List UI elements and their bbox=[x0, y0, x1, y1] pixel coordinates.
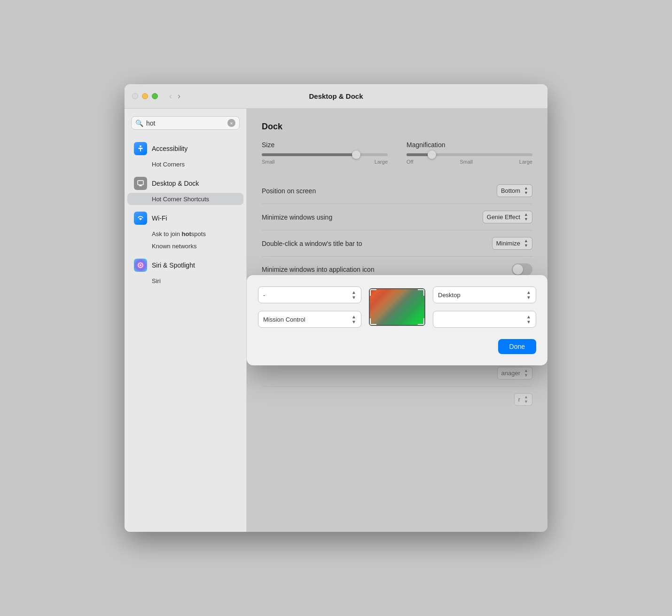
sidebar-item-wifi[interactable]: Wi-Fi bbox=[127, 209, 243, 228]
svg-point-0 bbox=[140, 145, 141, 147]
desktop-dock-label: Desktop & Dock bbox=[152, 180, 199, 187]
siri-icon bbox=[134, 259, 147, 272]
sidebar-sub-item-hot-corners[interactable]: Hot Corners bbox=[127, 158, 243, 170]
desktop-dock-icon bbox=[134, 177, 147, 190]
main-window: ‹ › Desktop & Dock 🔍 × bbox=[125, 84, 547, 532]
tr-down-arrow: ▼ bbox=[526, 295, 531, 300]
content-area: Dock Size Small Large Magnification bbox=[247, 109, 547, 532]
siri-sub-label: Siri bbox=[152, 277, 161, 284]
corner-indicator-bl bbox=[370, 318, 376, 325]
sidebar-section-siri: Siri & Spotlight Siri bbox=[125, 254, 246, 289]
modal-overlay: - ▲ ▼ bbox=[247, 109, 547, 532]
wallpaper bbox=[370, 289, 424, 325]
sidebar-sub-item-ask-hotspots[interactable]: Ask to join hotspots bbox=[127, 228, 243, 240]
nav-buttons: ‹ › bbox=[167, 90, 182, 102]
accessibility-icon bbox=[134, 142, 147, 155]
tl-up-arrow: ▲ bbox=[352, 290, 356, 295]
top-right-picker[interactable]: Desktop ▲ ▼ bbox=[433, 286, 536, 303]
sidebar-section-desktop-dock: Desktop & Dock Hot Corner Shortcuts bbox=[125, 172, 246, 207]
bl-down-arrow: ▼ bbox=[352, 319, 356, 324]
bl-up-arrow: ▲ bbox=[352, 314, 356, 319]
bottom-left-arrows: ▲ ▼ bbox=[352, 314, 356, 324]
done-button[interactable]: Done bbox=[498, 339, 536, 354]
search-clear-button[interactable]: × bbox=[227, 119, 235, 127]
top-left-arrows: ▲ ▼ bbox=[352, 290, 356, 300]
modal-footer: Done bbox=[258, 339, 536, 354]
top-left-picker[interactable]: - ▲ ▼ bbox=[258, 286, 361, 303]
sidebar-section-accessibility: Accessibility Hot Corners bbox=[125, 137, 246, 172]
tr-up-arrow: ▲ bbox=[526, 290, 531, 295]
br-up-arrow: ▲ bbox=[526, 314, 531, 319]
top-left-value: - bbox=[263, 292, 265, 299]
wifi-label: Wi-Fi bbox=[152, 214, 167, 222]
svg-rect-1 bbox=[138, 181, 143, 185]
back-button[interactable]: ‹ bbox=[167, 90, 174, 102]
forward-button[interactable]: › bbox=[176, 90, 182, 102]
sidebar-sub-item-siri[interactable]: Siri bbox=[127, 275, 243, 287]
hot-corner-shortcuts-label: Hot Corner Shortcuts bbox=[152, 196, 209, 203]
top-right-arrows: ▲ ▼ bbox=[526, 290, 531, 300]
desktop-preview bbox=[369, 288, 425, 326]
br-down-arrow: ▼ bbox=[526, 319, 531, 324]
bottom-left-picker[interactable]: Mission Control ▲ ▼ bbox=[258, 311, 361, 328]
svg-rect-2 bbox=[139, 185, 142, 186]
sidebar-item-accessibility[interactable]: Accessibility bbox=[127, 139, 243, 158]
minimize-button[interactable] bbox=[142, 93, 148, 99]
main-layout: 🔍 × Accessibility Hot bbox=[125, 109, 547, 532]
hot-corners-label: Hot Corners bbox=[152, 161, 185, 168]
bottom-left-value: Mission Control bbox=[263, 316, 305, 323]
tl-down-arrow: ▼ bbox=[352, 295, 356, 300]
sidebar-section-wifi: Wi-Fi Ask to join hotspots Known network… bbox=[125, 207, 246, 254]
window-title: Desktop & Dock bbox=[309, 92, 363, 100]
sidebar-item-desktop-dock[interactable]: Desktop & Dock bbox=[127, 174, 243, 193]
search-input[interactable] bbox=[146, 119, 225, 127]
search-icon: 🔍 bbox=[135, 119, 143, 127]
maximize-button[interactable] bbox=[152, 93, 158, 99]
bottom-right-arrows: ▲ ▼ bbox=[526, 314, 531, 324]
hot-corners-modal: - ▲ ▼ bbox=[247, 275, 547, 365]
top-right-value: Desktop bbox=[438, 292, 461, 299]
corner-indicator-tl bbox=[370, 289, 376, 296]
corner-indicator-tr bbox=[418, 289, 424, 296]
known-networks-label: Known networks bbox=[152, 243, 196, 250]
title-bar: ‹ › Desktop & Dock bbox=[125, 84, 547, 109]
sidebar-item-siri[interactable]: Siri & Spotlight bbox=[127, 256, 243, 275]
search-box: 🔍 × bbox=[131, 116, 240, 130]
search-container: 🔍 × bbox=[125, 116, 246, 137]
ask-hotspots-label: Ask to join hotspots bbox=[152, 230, 206, 237]
close-button[interactable] bbox=[132, 93, 138, 99]
hot-corners-grid: - ▲ ▼ bbox=[258, 286, 536, 328]
sidebar-sub-item-hot-corner-shortcuts[interactable]: Hot Corner Shortcuts bbox=[127, 193, 243, 205]
wifi-icon bbox=[134, 212, 147, 225]
traffic-lights bbox=[132, 93, 158, 99]
corner-indicator-br bbox=[418, 318, 424, 325]
accessibility-label: Accessibility bbox=[152, 145, 188, 152]
bottom-right-picker[interactable]: ▲ ▼ bbox=[433, 311, 536, 328]
sidebar: 🔍 × Accessibility Hot bbox=[125, 109, 247, 532]
sidebar-sub-item-known-networks[interactable]: Known networks bbox=[127, 240, 243, 252]
siri-label: Siri & Spotlight bbox=[152, 261, 195, 269]
